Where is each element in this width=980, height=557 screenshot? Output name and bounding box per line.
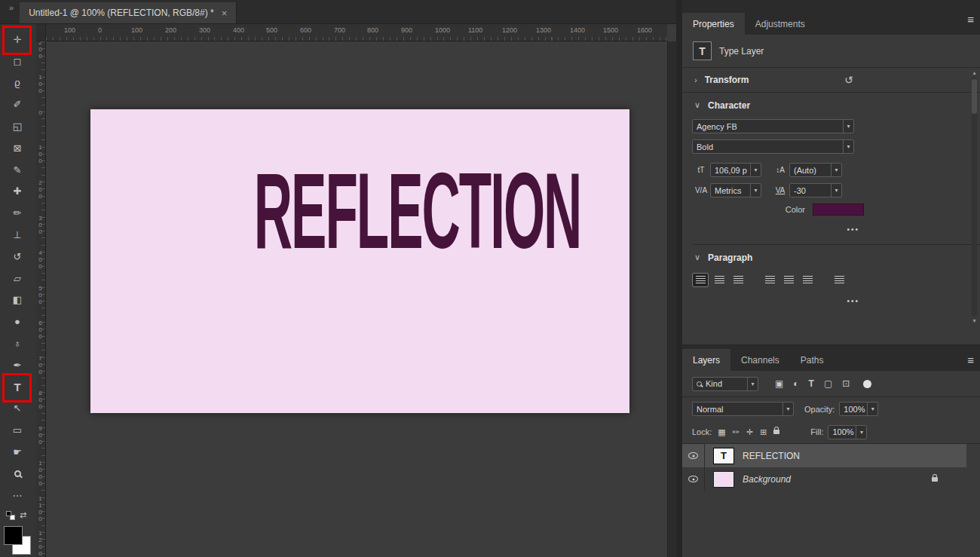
filter-kind-select[interactable]: Kind ▾ — [692, 377, 758, 391]
properties-menu-icon[interactable]: ≡ — [967, 13, 974, 26]
foreground-color-swatch[interactable] — [4, 526, 23, 545]
text-color-swatch[interactable] — [813, 204, 864, 216]
chevron-down-icon[interactable]: ▾ — [831, 184, 841, 197]
filter-shape-layers-icon[interactable]: ▢ — [824, 378, 832, 389]
chevron-down-icon[interactable]: ∨ — [694, 100, 700, 110]
layer-visibility-toggle[interactable] — [682, 444, 705, 467]
tab-properties[interactable]: Properties — [682, 13, 745, 35]
layer-row-background[interactable]: Background — [682, 467, 966, 491]
chevron-down-icon[interactable]: ▾ — [782, 402, 793, 415]
layer-filtering-toggle[interactable] — [863, 380, 871, 388]
clone-stamp-tool[interactable]: ⊥ — [0, 224, 35, 246]
tracking-select[interactable]: -30 ▾ — [789, 183, 842, 197]
chevron-down-icon[interactable]: ▾ — [750, 164, 761, 176]
paragraph-section-header[interactable]: ∨ Paragraph — [682, 245, 980, 270]
spot-healing-brush-tool[interactable]: ✚ — [0, 181, 35, 203]
chevron-down-icon[interactable]: ▾ — [747, 378, 758, 390]
chevron-down-icon[interactable]: ▾ — [750, 184, 761, 197]
character-more-options[interactable]: ••• — [692, 225, 864, 234]
crop-tool[interactable]: ◱ — [0, 115, 35, 137]
justify-last-right-button[interactable] — [799, 273, 816, 287]
tab-channels[interactable]: Channels — [730, 349, 790, 371]
lock-paint-icon[interactable]: ✏ — [733, 427, 740, 437]
blur-tool[interactable]: ● — [0, 311, 35, 332]
character-section-header[interactable]: ∨ Character — [682, 93, 980, 118]
scroll-down-icon[interactable]: ▾ — [972, 317, 975, 324]
path-selection-tool[interactable]: ↖ — [0, 398, 35, 420]
gradient-tool[interactable]: ◧ — [0, 289, 35, 311]
dodge-tool[interactable]: ♁ — [0, 332, 35, 354]
layer-name[interactable]: REFLECTION — [743, 451, 800, 461]
justify-last-center-button[interactable] — [780, 273, 797, 287]
layer-visibility-toggle[interactable] — [682, 467, 705, 491]
opacity-select[interactable]: 100% ▾ — [839, 402, 878, 416]
justify-all-button[interactable] — [831, 273, 847, 287]
tab-layers[interactable]: Layers — [682, 349, 730, 371]
history-brush-tool[interactable]: ↺ — [0, 246, 35, 268]
tab-overflow-chevrons-icon[interactable]: » — [0, 0, 20, 23]
layer-thumbnail[interactable] — [714, 472, 733, 487]
scrollbar-thumb[interactable] — [972, 79, 977, 114]
font-family-select[interactable]: Agency FB ▾ — [692, 119, 854, 133]
filter-adjustment-layers-icon[interactable]: ◐ — [793, 378, 798, 389]
chevron-down-icon[interactable]: ∨ — [694, 252, 700, 262]
tab-close-icon[interactable]: × — [222, 8, 228, 19]
default-colors-icon[interactable] — [6, 511, 15, 520]
filter-pixel-layers-icon[interactable]: ▣ — [775, 378, 783, 389]
paragraph-more-options[interactable]: ••• — [692, 297, 864, 305]
align-center-button[interactable] — [711, 273, 727, 287]
hand-tool[interactable]: ☛ — [0, 441, 35, 463]
chevron-down-icon[interactable]: ▾ — [856, 426, 866, 439]
justify-last-left-button[interactable] — [761, 273, 778, 287]
leading-select[interactable]: (Auto) ▾ — [789, 163, 842, 177]
type-tool[interactable]: T — [0, 376, 35, 398]
scrollbar-track[interactable] — [972, 78, 977, 316]
more-tools-button[interactable]: ⋯ — [0, 485, 35, 507]
document-tab[interactable]: Untitled-1 @ 100% (REFLECTION, RGB/8#) *… — [20, 2, 237, 23]
transform-reset-icon[interactable]: ↺ — [844, 74, 853, 86]
eraser-tool[interactable]: ▱ — [0, 268, 35, 289]
layers-menu-icon[interactable]: ≡ — [967, 353, 974, 366]
chevron-down-icon[interactable]: ▾ — [843, 140, 853, 153]
move-tool[interactable]: ✛ — [0, 29, 35, 50]
layer-row-reflection[interactable]: T REFLECTION — [682, 444, 966, 467]
filter-smart-objects-icon[interactable]: ⊡ — [842, 378, 850, 389]
lock-icon[interactable] — [932, 477, 938, 482]
chevron-down-icon[interactable]: ▾ — [867, 402, 877, 415]
align-left-button[interactable] — [692, 273, 709, 287]
lock-position-icon[interactable]: ✛ — [746, 427, 753, 437]
fill-select[interactable]: 100% ▾ — [828, 425, 867, 439]
swap-colors-icon[interactable]: ⇄ — [20, 510, 26, 520]
eyedropper-tool[interactable]: ✎ — [0, 159, 35, 181]
lock-transparency-icon[interactable]: ▦ — [718, 427, 725, 437]
chevron-down-icon[interactable]: ▾ — [843, 120, 853, 133]
lock-all-icon[interactable] — [773, 430, 779, 434]
layer-name[interactable]: Background — [743, 474, 791, 485]
rectangular-marquee-tool[interactable]: ◻ — [0, 50, 35, 72]
layer-thumbnail[interactable]: T — [714, 448, 733, 464]
properties-scrollbar[interactable]: ▴ ▾ — [969, 69, 979, 324]
document-canvas[interactable]: REFLECTION — [90, 109, 629, 413]
align-right-button[interactable] — [730, 273, 746, 287]
frame-tool[interactable]: ⊠ — [0, 137, 35, 159]
pen-tool[interactable]: ✒ — [0, 354, 35, 376]
transform-section-header[interactable]: › Transform ↺ — [682, 68, 980, 93]
lasso-tool[interactable]: ϱ — [0, 72, 35, 94]
chevron-right-icon[interactable]: › — [694, 75, 697, 84]
zoom-tool[interactable] — [0, 463, 35, 485]
tab-paths[interactable]: Paths — [790, 349, 835, 371]
canvas-vertical-scrollbar[interactable] — [667, 41, 676, 557]
chevron-down-icon[interactable]: ▾ — [831, 164, 841, 176]
tab-adjustments[interactable]: Adjustments — [745, 13, 816, 35]
lock-artboard-icon[interactable]: ⊞ — [760, 427, 767, 437]
scroll-up-icon[interactable]: ▴ — [972, 69, 975, 76]
canvas-viewport[interactable]: REFLECTION — [46, 41, 667, 557]
blend-mode-select[interactable]: Normal ▾ — [692, 402, 794, 416]
kerning-select[interactable]: Metrics ▾ — [710, 183, 761, 197]
filter-type-layers-icon[interactable]: T — [809, 378, 814, 389]
font-size-select[interactable]: 106,09 p ▾ — [710, 163, 761, 177]
brush-tool[interactable]: ✏ — [0, 202, 35, 224]
rectangle-tool[interactable]: ▭ — [0, 419, 35, 441]
object-selection-tool[interactable]: ✐ — [0, 93, 35, 115]
font-style-select[interactable]: Bold ▾ — [692, 139, 854, 154]
